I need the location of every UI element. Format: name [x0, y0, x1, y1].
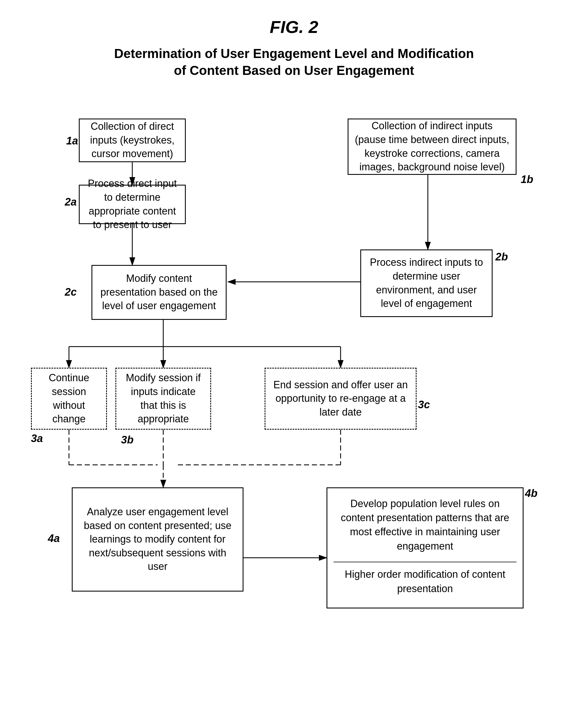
label-4a: 4a — [48, 532, 60, 545]
box-3b: Modify session if inputs indicate that t… — [115, 368, 211, 430]
box-2b: Process indirect inputs to determine use… — [360, 249, 492, 317]
box-2c: Modify content presentation based on the… — [91, 265, 227, 320]
label-4b: 4b — [525, 487, 537, 499]
label-3b: 3b — [121, 434, 133, 446]
box-3c: End session and offer user an opportunit… — [265, 368, 417, 430]
box-4b: Develop population level rules on conten… — [327, 487, 524, 609]
figure-subtitle: Determination of User Engagement Level a… — [22, 45, 566, 79]
box-3a: Continue session without change — [31, 368, 107, 430]
label-3a: 3a — [31, 432, 43, 445]
figure-title: FIG. 2 — [22, 17, 566, 37]
box-1b: Collection of indirect inputs (pause tim… — [348, 119, 517, 175]
label-3c: 3c — [418, 399, 430, 411]
box-2a: Process direct input to determine approp… — [79, 185, 186, 224]
box-1a: Collection of direct inputs (keystrokes,… — [79, 119, 186, 162]
diagram-area: Collection of direct inputs (keystrokes,… — [22, 102, 566, 716]
page-container: FIG. 2 Determination of User Engagement … — [0, 0, 588, 716]
label-2c: 2c — [65, 286, 77, 298]
label-1b: 1b — [521, 173, 533, 186]
label-2b: 2b — [496, 251, 508, 263]
label-2a: 2a — [65, 196, 77, 208]
box-4a: Analyze user engagement level based on c… — [72, 487, 244, 592]
label-1a: 1a — [66, 135, 78, 147]
